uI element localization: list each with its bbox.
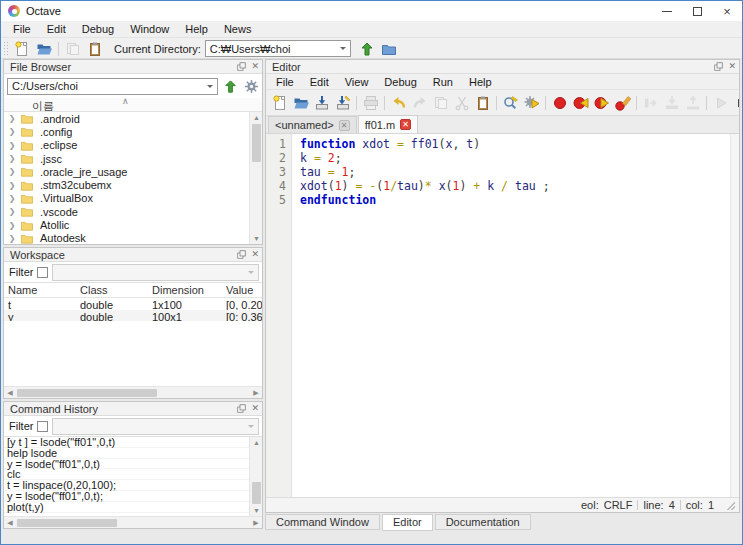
scroll-left-icon[interactable]: ◀ bbox=[4, 517, 16, 528]
column-header-dimension[interactable]: Dimension bbox=[148, 283, 222, 297]
previous-breakpoint-button[interactable] bbox=[591, 92, 612, 114]
undock-widget-button[interactable] bbox=[237, 62, 246, 71]
next-breakpoint-button[interactable] bbox=[570, 92, 591, 114]
run-settings-button[interactable] bbox=[521, 92, 542, 114]
expand-chevron-icon[interactable]: ❯ bbox=[4, 127, 20, 136]
undock-widget-button[interactable] bbox=[237, 250, 246, 259]
file-list-item[interactable]: ❯.android bbox=[4, 112, 262, 125]
file-list-vertical-scrollbar[interactable]: ▲ ▼ bbox=[249, 112, 262, 244]
expand-chevron-icon[interactable]: ❯ bbox=[4, 154, 20, 163]
history-horizontal-scrollbar[interactable]: ◀ ▶ bbox=[4, 516, 262, 528]
title-bar[interactable]: Octave × bbox=[1, 1, 742, 21]
menu-window[interactable]: Window bbox=[122, 22, 177, 36]
editor-menu-debug[interactable]: Debug bbox=[376, 75, 424, 89]
history-item[interactable]: y = lsode("ff01",0,t) bbox=[4, 459, 262, 470]
tab-close-button[interactable]: ✕ bbox=[400, 119, 411, 130]
dock-tab-editor[interactable]: Editor bbox=[382, 514, 433, 531]
editor-menu-file[interactable]: File bbox=[268, 75, 302, 89]
directory-up-button[interactable] bbox=[356, 39, 378, 59]
dock-tab-documentation[interactable]: Documentation bbox=[435, 514, 531, 530]
code-text[interactable]: function xdot = ff01(x, t)k = 2;tau = 1;… bbox=[292, 134, 739, 497]
new-script-button[interactable] bbox=[11, 39, 33, 59]
expand-chevron-icon[interactable]: ❯ bbox=[4, 114, 20, 123]
open-file-button[interactable] bbox=[33, 39, 55, 59]
expand-chevron-icon[interactable]: ❯ bbox=[4, 207, 20, 216]
editor-menu-help[interactable]: Help bbox=[461, 75, 500, 89]
editor-header[interactable]: Editor ✕ bbox=[266, 60, 739, 74]
workspace-row[interactable]: tdouble1x100[0, 0.20202, bbox=[4, 298, 262, 310]
browse-directory-button[interactable] bbox=[378, 39, 400, 59]
column-header-name[interactable]: Name bbox=[4, 283, 76, 297]
scroll-right-icon[interactable]: ▶ bbox=[250, 517, 262, 528]
find-and-replace-button[interactable] bbox=[500, 92, 521, 114]
undock-widget-button[interactable] bbox=[237, 404, 246, 413]
toggle-breakpoint-button[interactable] bbox=[549, 92, 570, 114]
file-browser-path-combobox[interactable]: C:/Users/choi bbox=[7, 78, 218, 95]
code-editor[interactable]: 12345 function xdot = ff01(x, t)k = 2;ta… bbox=[266, 134, 739, 497]
editor-menu-edit[interactable]: Edit bbox=[302, 75, 337, 89]
save-file-button[interactable] bbox=[311, 92, 332, 114]
editor-tab-ff01m[interactable]: ff01.m✕ bbox=[358, 115, 418, 133]
close-widget-button[interactable]: ✕ bbox=[251, 404, 259, 413]
close-widget-button[interactable]: ✕ bbox=[251, 62, 259, 71]
scroll-up-icon[interactable]: ▲ bbox=[250, 437, 262, 448]
undo-button[interactable] bbox=[388, 92, 409, 114]
workspace-table-header[interactable]: NameClassDimensionValue bbox=[4, 283, 262, 298]
scroll-right-icon[interactable]: ▶ bbox=[250, 387, 262, 398]
current-directory-combobox[interactable]: C:₩Users₩choi bbox=[205, 40, 351, 57]
scroll-up-icon[interactable]: ▲ bbox=[250, 112, 262, 123]
scrollbar-thumb[interactable] bbox=[17, 389, 157, 397]
minimize-button[interactable] bbox=[652, 1, 682, 21]
undock-widget-button[interactable] bbox=[714, 62, 723, 71]
expand-chevron-icon[interactable]: ❯ bbox=[4, 221, 20, 230]
scroll-down-icon[interactable]: ▼ bbox=[250, 233, 262, 244]
column-header-value[interactable]: Value bbox=[222, 283, 262, 297]
file-list-item[interactable]: ❯.jssc bbox=[4, 152, 262, 165]
filter-checkbox[interactable] bbox=[37, 267, 48, 278]
menu-debug[interactable]: Debug bbox=[74, 22, 122, 36]
file-list-column-header[interactable]: 이름 ∧ bbox=[4, 98, 262, 112]
menu-edit[interactable]: Edit bbox=[39, 22, 74, 36]
filter-checkbox[interactable] bbox=[37, 421, 48, 432]
menu-file[interactable]: File bbox=[5, 22, 39, 36]
file-list-item[interactable]: ❯Autodesk bbox=[4, 232, 262, 244]
file-list-item[interactable]: ❯.eclipse bbox=[4, 139, 262, 152]
toolbar-grip[interactable] bbox=[3, 41, 8, 57]
history-item[interactable]: help lsode bbox=[4, 448, 262, 459]
directory-up-button[interactable] bbox=[221, 77, 239, 95]
stop-button[interactable] bbox=[731, 92, 739, 114]
file-list-item[interactable]: ❯Atollic bbox=[4, 218, 262, 231]
file-list-item[interactable]: ❯.vscode bbox=[4, 205, 262, 218]
scroll-left-icon[interactable]: ◀ bbox=[4, 387, 16, 398]
command-history-header[interactable]: Command History ✕ bbox=[4, 402, 262, 416]
scrollbar-thumb[interactable] bbox=[252, 124, 261, 162]
menu-news[interactable]: News bbox=[216, 22, 260, 36]
scrollbar-thumb[interactable] bbox=[17, 519, 117, 527]
close-widget-button[interactable]: ✕ bbox=[251, 250, 259, 259]
close-widget-button[interactable]: ✕ bbox=[728, 62, 736, 71]
file-list-item[interactable]: ❯.oracle_jre_usage bbox=[4, 165, 262, 178]
history-item[interactable]: plot(t,y) bbox=[4, 502, 262, 513]
expand-chevron-icon[interactable]: ❯ bbox=[4, 234, 20, 243]
paste-button[interactable] bbox=[472, 92, 493, 114]
expand-chevron-icon[interactable]: ❯ bbox=[4, 141, 20, 150]
dock-tab-command-window[interactable]: Command Window bbox=[265, 514, 380, 530]
expand-chevron-icon[interactable]: ❯ bbox=[4, 194, 20, 203]
tab-close-button[interactable]: ✕ bbox=[339, 120, 350, 131]
column-header-class[interactable]: Class bbox=[76, 283, 148, 297]
scrollbar-thumb[interactable] bbox=[252, 482, 261, 504]
close-button[interactable]: × bbox=[712, 1, 742, 21]
editor-vertical-scrollbar[interactable] bbox=[730, 134, 739, 497]
new-script-button[interactable] bbox=[269, 92, 290, 114]
maximize-button[interactable] bbox=[682, 1, 712, 21]
resize-grip-icon[interactable] bbox=[725, 500, 735, 510]
file-list-item[interactable]: ❯.config bbox=[4, 125, 262, 138]
file-list-item[interactable]: ❯.VirtualBox bbox=[4, 192, 262, 205]
menu-help[interactable]: Help bbox=[177, 22, 216, 36]
workspace-row[interactable]: ydouble100x1[0; 0.36584; bbox=[4, 310, 262, 322]
workspace-horizontal-scrollbar[interactable]: ◀ ▶ bbox=[4, 386, 262, 398]
editor-menu-view[interactable]: View bbox=[337, 75, 377, 89]
expand-chevron-icon[interactable]: ❯ bbox=[4, 181, 20, 190]
browser-actions-button[interactable] bbox=[242, 77, 260, 95]
workspace-header[interactable]: Workspace ✕ bbox=[4, 248, 262, 262]
